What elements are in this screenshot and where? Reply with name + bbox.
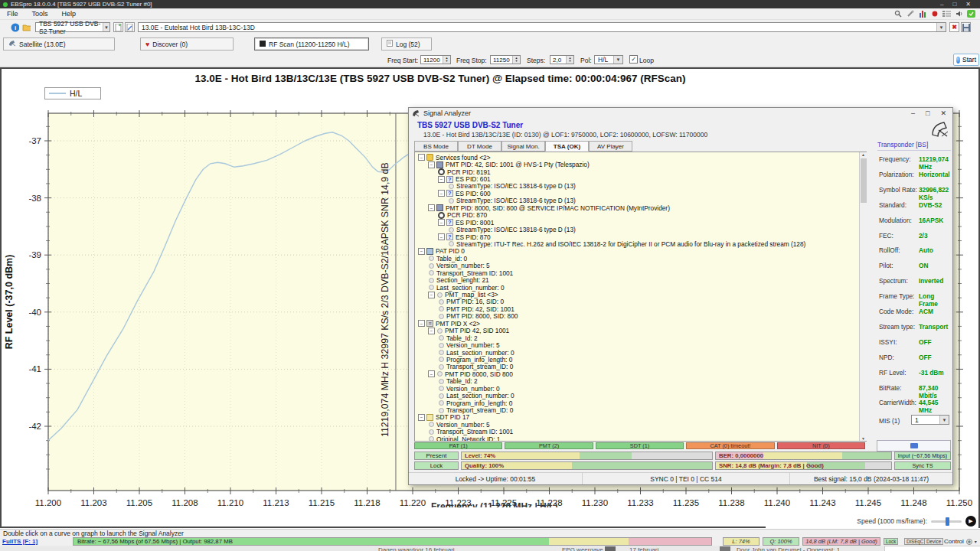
table-view-button[interactable] — [877, 440, 951, 452]
analyzer-tab-bs-mode[interactable]: BS Mode — [414, 141, 458, 152]
tree-row[interactable]: −PAT PID 0 — [416, 248, 866, 255]
delete-button[interactable]: ✖ — [949, 22, 959, 32]
chevron-down-icon[interactable]: ▼ — [939, 416, 949, 424]
scroll-up-icon[interactable]: ▲ — [861, 152, 865, 157]
expander-icon[interactable]: − — [438, 219, 445, 226]
power-toggle-icon[interactable] — [967, 10, 975, 18]
tree-row[interactable]: −?ES PID: 600 — [416, 190, 866, 197]
tree-row[interactable]: Table_id: 0 — [416, 255, 866, 262]
tree-row[interactable]: Table_Id: 2 — [416, 378, 866, 385]
tree-row[interactable]: Transport_Stream ID: 1001 — [416, 429, 866, 435]
close-icon[interactable]: ✕ — [940, 109, 946, 117]
slider-handle[interactable] — [946, 517, 949, 526]
expander-icon[interactable]: − — [438, 176, 445, 183]
close-icon[interactable]: ✕ — [965, 1, 971, 8]
pol-combo[interactable]: H/L▼ — [594, 55, 623, 64]
tree-row[interactable]: Program_info_length: 0 — [416, 399, 866, 406]
freq-stop-input[interactable]: 11250▲▼ — [490, 55, 521, 64]
expander-icon[interactable]: − — [418, 320, 425, 327]
expander-icon[interactable]: − — [428, 204, 435, 211]
expander-icon[interactable]: − — [428, 328, 435, 334]
tree-row[interactable]: Version_number: 5 — [416, 262, 866, 269]
info-icon[interactable]: i — [11, 24, 19, 31]
maximize-icon[interactable]: □ — [952, 1, 956, 8]
start-button[interactable]: Start — [953, 54, 979, 66]
search-icon[interactable] — [893, 10, 902, 18]
expander-icon[interactable]: − — [418, 414, 425, 421]
tree-row[interactable]: Program_info_length: 0 — [416, 356, 866, 363]
tree-row[interactable]: PMT PID: 8000, SID: 800 — [416, 313, 866, 320]
ts-tree-view[interactable]: −Services found <2>−PMT PID: 42, SID: 10… — [414, 152, 867, 442]
speaker-icon[interactable] — [955, 10, 963, 18]
mis-dropdown[interactable]: 1▼ — [911, 415, 949, 425]
chevron-down-icon[interactable]: ▼ — [936, 23, 946, 31]
tools-icon[interactable] — [906, 10, 914, 18]
tree-row[interactable]: Version_number: 5 — [416, 421, 866, 428]
scroll-thumb[interactable] — [861, 158, 867, 203]
expander-icon[interactable]: − — [438, 190, 445, 197]
tree-row[interactable]: −PMT_map_list <3> — [416, 291, 866, 298]
tree-row[interactable]: StreamType: ITU-T Rec. H.262 and ISO/IEC… — [416, 240, 866, 247]
tab-rf[interactable]: RF Scan (11200-11250 H/L) — [254, 37, 369, 51]
loop-checkbox[interactable]: ✓ — [629, 55, 638, 64]
tree-row[interactable]: Version_number: 5 — [416, 341, 866, 348]
analyzer-tab-signal-mon-[interactable]: Signal Mon. — [501, 141, 545, 152]
analyzer-titlebar[interactable]: Signal Analyzer – □ ✕ — [408, 107, 953, 119]
spinner-arrows[interactable]: ▲▼ — [566, 56, 573, 64]
control-menu[interactable]: Control ▾ — [944, 538, 977, 545]
chevron-down-icon[interactable]: ▼ — [613, 56, 622, 64]
list-icon[interactable] — [942, 10, 951, 18]
folder-icon[interactable] — [22, 24, 31, 31]
tree-row[interactable]: −≡PMT PID X <2> — [416, 320, 866, 327]
expander-icon[interactable]: − — [418, 154, 425, 161]
tree-row[interactable]: Transport_Stream ID: 1001 — [416, 269, 866, 276]
note-button[interactable] — [113, 22, 123, 32]
tree-row[interactable]: PMT PID: 16, SID: 0 — [416, 298, 866, 305]
freq-start-input[interactable]: 11200▲▼ — [420, 55, 451, 64]
lock-button[interactable]: Lock — [884, 538, 898, 545]
expander-icon[interactable]: − — [438, 233, 445, 240]
spinner-arrows[interactable]: ▲▼ — [512, 56, 520, 64]
spinner-arrows[interactable]: ▲▼ — [443, 56, 450, 64]
menu-file[interactable]: File — [0, 10, 25, 18]
tree-row[interactable]: PCR PID: 8191 — [416, 168, 866, 175]
steps-input[interactable]: 2,0▲▼ — [550, 55, 574, 64]
menu-tools[interactable]: Tools — [25, 10, 55, 18]
save-button[interactable] — [961, 22, 971, 32]
tree-row[interactable]: −?ES PID: 870 — [416, 233, 866, 240]
device-combo[interactable]: TBS 5927 USB DVB-S2 Tuner▼ — [35, 22, 110, 32]
device-button[interactable]: Device — [924, 538, 943, 545]
fullts-link[interactable]: FullTS [F: 1] — [2, 538, 38, 545]
tree-row[interactable]: Last_section_number: 0 — [416, 349, 866, 356]
tree-row[interactable]: PCR PID: 870 — [416, 212, 866, 219]
tree-row[interactable]: Table_Id: 2 — [416, 334, 866, 341]
menu-help[interactable]: Help — [55, 10, 83, 18]
chart-icon[interactable] — [918, 10, 926, 18]
maximize-icon[interactable]: □ — [926, 109, 929, 117]
play-button[interactable]: ▶ — [965, 516, 976, 527]
chevron-down-icon[interactable]: ▼ — [103, 23, 109, 31]
expander-icon[interactable]: − — [428, 292, 435, 298]
tree-row[interactable]: StreamType: ISO/IEC 13818-6 type D (13) — [416, 197, 866, 204]
minimize-icon[interactable]: – — [911, 109, 915, 117]
tree-scrollbar[interactable]: ▲ ▼ — [859, 152, 867, 441]
analyzer-tab-av-player[interactable]: AV Player — [589, 141, 632, 152]
minimize-icon[interactable]: – — [940, 1, 943, 8]
tab-log[interactable]: Log (52) — [381, 37, 432, 51]
edit-button[interactable] — [125, 22, 135, 32]
satellite-combo[interactable]: 13.0E - Eutelsat Hot Bird 13B-13C-13D▼ — [138, 22, 946, 32]
record-icon[interactable] — [930, 10, 939, 18]
tree-row[interactable]: −PMT PID 42, SID 1001 — [416, 328, 866, 334]
tree-row[interactable]: −?ES PID: 601 — [416, 175, 866, 182]
tab-discover[interactable]: ♥Discover (0) — [140, 37, 234, 51]
tree-row[interactable]: PMT PID: 42, SID: 1001 — [416, 305, 866, 312]
tree-row[interactable]: −?ES PID: 8001 — [416, 219, 866, 226]
tree-row[interactable]: Last_section_number: 0 — [416, 392, 866, 399]
tree-row[interactable]: Last_section_number: 0 — [416, 284, 866, 291]
chevron-down-icon[interactable]: ▾ — [975, 539, 977, 544]
tab-satellite[interactable]: Satellite (13.0E) — [3, 37, 115, 51]
tree-row[interactable]: −SDT PID 17 — [416, 414, 866, 421]
scroll-down-icon[interactable]: ▼ — [861, 436, 865, 441]
tree-row[interactable]: StreamType: ISO/IEC 13818-6 type D (13) — [416, 183, 866, 190]
analyzer-tab-tsa-ok-[interactable]: TSA (OK) — [545, 141, 589, 152]
